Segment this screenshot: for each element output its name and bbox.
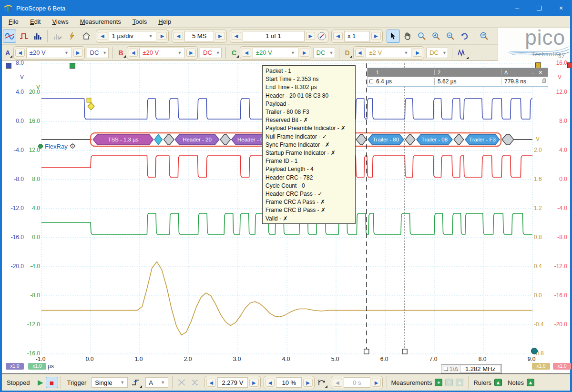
channel-d-button[interactable]: D bbox=[342, 48, 352, 58]
range-next-button[interactable]: ▶ bbox=[300, 49, 309, 57]
samples-prev-button[interactable]: ◀ bbox=[174, 32, 183, 40]
channel-d-coupling-select[interactable]: DC▼ bbox=[426, 48, 448, 58]
timebase-select[interactable]: 1 µs/div▼ bbox=[109, 31, 156, 41]
hand-tool-button[interactable] bbox=[401, 30, 414, 43]
flexray-segment-gap[interactable] bbox=[405, 134, 415, 145]
probe-wizard-button[interactable] bbox=[65, 30, 79, 43]
menu-measurements[interactable]: Measurements bbox=[75, 17, 126, 27]
channel-d-scale-badge[interactable]: x1.0 bbox=[532, 363, 550, 370]
ruler-legend[interactable]: 1 2 Δ – ✕ 6.4 µs 5.62 µs 779.8 ns bbox=[367, 68, 548, 87]
level-up-button[interactable]: ▶ bbox=[249, 379, 259, 387]
timebase-prev-button[interactable]: ◀ bbox=[98, 32, 107, 40]
trigger-handle-square[interactable] bbox=[87, 98, 91, 102]
range-prev-button[interactable]: ◀ bbox=[242, 49, 251, 57]
time-ruler-1-handle[interactable] bbox=[402, 349, 407, 354]
stop-button[interactable]: ■ bbox=[46, 377, 58, 388]
trigger-source-select[interactable]: A▼ bbox=[145, 377, 168, 388]
pointer-tool-button[interactable] bbox=[387, 30, 400, 43]
menu-edit[interactable]: Edit bbox=[25, 17, 45, 27]
edit-measurement-button[interactable]: ▲ bbox=[456, 379, 463, 386]
channel-a-coupling-select[interactable]: DC▼ bbox=[87, 48, 109, 58]
flexray-decoder-label[interactable]: FlexRay ⚙ bbox=[45, 142, 76, 151]
alarms-button[interactable] bbox=[51, 30, 64, 43]
buffer-next-button[interactable]: ▶ bbox=[306, 32, 316, 40]
buffer-navigator-icon[interactable] bbox=[317, 31, 327, 41]
zoom-prev-button[interactable]: ◀ bbox=[333, 32, 343, 40]
minimize-button[interactable]: – bbox=[506, 0, 528, 16]
home-button[interactable] bbox=[80, 30, 93, 43]
channel-b-button[interactable]: B bbox=[115, 48, 126, 58]
flexray-segment-fss[interactable] bbox=[154, 134, 162, 145]
pre-trigger-field[interactable]: 10 % bbox=[276, 377, 302, 388]
range-prev-button[interactable]: ◀ bbox=[15, 49, 25, 57]
range-next-button[interactable]: ▶ bbox=[413, 49, 422, 57]
channel-a-button[interactable]: A bbox=[2, 48, 12, 58]
maximize-button[interactable] bbox=[528, 0, 550, 16]
channel-b-scale-badge[interactable]: x1.0 bbox=[553, 363, 571, 370]
probes-button[interactable] bbox=[456, 46, 469, 60]
menu-tools[interactable]: Tools bbox=[128, 17, 152, 27]
channel-b-axis-marker[interactable] bbox=[567, 62, 572, 68]
lock-icon[interactable] bbox=[542, 80, 546, 83]
channel-c-axis-marker[interactable] bbox=[70, 63, 75, 69]
zoom-in-tool-button[interactable] bbox=[429, 30, 443, 43]
flexray-segment-gap[interactable] bbox=[220, 134, 231, 145]
menu-help[interactable]: Help bbox=[153, 17, 176, 27]
flexray-segment-gap[interactable] bbox=[356, 134, 367, 145]
flexray-segment-gap[interactable] bbox=[454, 134, 464, 145]
range-prev-button[interactable]: ◀ bbox=[129, 49, 138, 57]
channel-c-scale-badge[interactable]: x1.0 bbox=[28, 363, 46, 370]
channel-b-coupling-select[interactable]: DC▼ bbox=[200, 48, 222, 58]
flexray-segment-gap[interactable] bbox=[502, 134, 514, 145]
channel-a-range-select[interactable]: ±20 V▼ bbox=[26, 48, 72, 58]
zoom-next-button[interactable]: ▶ bbox=[371, 32, 381, 40]
gear-icon[interactable]: ⚙ bbox=[70, 142, 76, 151]
zoom-window-tool-button[interactable] bbox=[415, 30, 429, 43]
channel-c-range-select[interactable]: ±20 V▼ bbox=[253, 48, 298, 58]
zoom-100-button[interactable]: 100 bbox=[478, 30, 491, 43]
range-next-button[interactable]: ▶ bbox=[186, 49, 196, 57]
timebase-next-button[interactable]: ▶ bbox=[158, 32, 167, 40]
delay-down-button[interactable]: ◀ bbox=[333, 379, 342, 387]
add-measurement-button[interactable]: + bbox=[435, 379, 442, 386]
trigger-marker-diamond[interactable] bbox=[88, 102, 94, 110]
rulers-popup-button[interactable]: ▲ bbox=[494, 379, 502, 386]
advanced-trigger-button[interactable] bbox=[175, 377, 188, 388]
channel-c-coupling-select[interactable]: DC▼ bbox=[313, 48, 335, 58]
pre-trigger-down-button[interactable]: ◀ bbox=[266, 379, 275, 387]
menu-file[interactable]: File bbox=[4, 17, 23, 27]
channel-a-axis-marker[interactable] bbox=[6, 63, 11, 69]
ruler-legend-minimize[interactable]: – bbox=[531, 70, 534, 76]
range-next-button[interactable]: ▶ bbox=[73, 49, 83, 57]
notes-popup-button[interactable]: ▲ bbox=[527, 379, 534, 386]
channel-a-scale-badge[interactable]: x1.0 bbox=[6, 363, 24, 370]
start-button[interactable]: ▶ bbox=[35, 377, 46, 388]
zoom-factor-field[interactable]: x 1 bbox=[344, 31, 370, 41]
undo-zoom-button[interactable] bbox=[458, 30, 471, 43]
flexray-segment-gap[interactable] bbox=[163, 134, 174, 145]
trigger-edge-button[interactable] bbox=[129, 377, 143, 388]
range-prev-button[interactable]: ◀ bbox=[355, 49, 365, 57]
persistence-mode-button[interactable] bbox=[17, 30, 31, 43]
frequency-legend-checkbox[interactable] bbox=[444, 367, 448, 371]
post-trigger-button[interactable] bbox=[315, 377, 328, 388]
menu-views[interactable]: Views bbox=[47, 17, 73, 27]
channel-d-offset-marker[interactable] bbox=[531, 348, 538, 354]
buffer-field[interactable]: 1 of 1 bbox=[243, 31, 305, 41]
delay-up-button[interactable]: ▶ bbox=[372, 379, 381, 387]
trigger-mode-select[interactable]: Single▼ bbox=[92, 377, 128, 388]
close-button[interactable]: × bbox=[550, 0, 572, 16]
scope-mode-button[interactable] bbox=[3, 30, 16, 43]
spectrum-mode-button[interactable] bbox=[31, 30, 45, 43]
zoom-out-tool-button[interactable] bbox=[444, 30, 457, 43]
channel-d-range-select[interactable]: ±2 V▼ bbox=[366, 48, 411, 58]
time-ruler-2-handle[interactable] bbox=[364, 349, 369, 354]
samples-next-button[interactable]: ▶ bbox=[215, 32, 225, 40]
channel-b-range-select[interactable]: ±20 V▼ bbox=[139, 48, 185, 58]
buffer-prev-button[interactable]: ◀ bbox=[232, 32, 241, 40]
channel-c-button[interactable]: C bbox=[228, 48, 239, 58]
pre-trigger-up-button[interactable]: ▶ bbox=[303, 379, 313, 387]
ruler-legend-close[interactable]: ✕ bbox=[538, 70, 542, 76]
samples-field[interactable]: 5 MS bbox=[184, 31, 214, 41]
level-down-button[interactable]: ◀ bbox=[206, 379, 216, 387]
